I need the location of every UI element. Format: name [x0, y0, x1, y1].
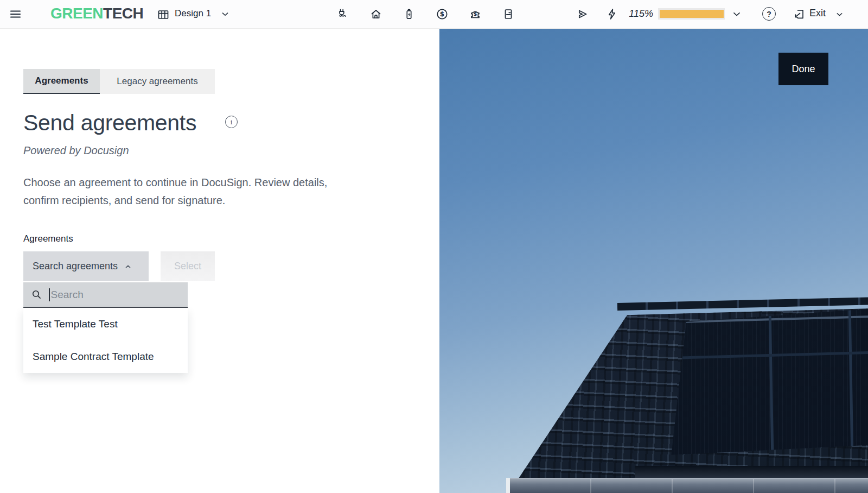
brand-logo: GREENTECH	[50, 5, 143, 22]
lightning-icon[interactable]	[605, 8, 618, 21]
svg-text:$: $	[440, 10, 444, 18]
search-agreements-dropdown[interactable]: Search agreements	[23, 251, 149, 281]
search-icon	[31, 289, 42, 300]
send-icon[interactable]	[576, 8, 589, 21]
tab-legacy-agreements-label: Legacy agreements	[117, 76, 197, 87]
chevron-down-icon[interactable]	[835, 10, 844, 19]
select-button[interactable]: Select	[161, 251, 215, 281]
chevron-down-icon[interactable]	[220, 9, 230, 19]
search-input[interactable]	[50, 282, 188, 307]
exit-button[interactable]: Exit	[809, 8, 826, 19]
battery-icon[interactable]	[403, 8, 416, 21]
grid-icon[interactable]	[157, 8, 170, 21]
design-selector-label[interactable]: Design 1	[175, 8, 211, 19]
chevron-down-icon[interactable]	[731, 9, 742, 20]
house-wall	[510, 478, 868, 493]
info-icon[interactable]: i	[225, 116, 238, 128]
page-title: Send agreements	[23, 110, 196, 136]
powered-by-text: Powered by Docusign	[23, 144, 129, 157]
svg-text:$: $	[474, 11, 477, 17]
dropdown-option[interactable]: Test Template Test	[23, 308, 188, 340]
settings-pane: Agreements Legacy agreements Send agreem…	[0, 28, 439, 493]
usage-progress-fill	[660, 10, 724, 18]
done-button[interactable]: Done	[778, 53, 828, 85]
dollar-circle-icon[interactable]: $	[436, 8, 449, 21]
dropdown-option[interactable]: Sample Contract Template	[23, 340, 188, 373]
chevron-up-icon	[124, 262, 132, 271]
tab-legacy-agreements[interactable]: Legacy agreements	[100, 69, 215, 94]
solar-roof-photo: Done	[439, 28, 868, 493]
dropdown-option-label: Test Template Test	[33, 318, 118, 330]
tab-agreements-label: Agreements	[35, 75, 88, 86]
top-toolbar: GREENTECH Design 1	[0, 0, 868, 29]
search-agreements-dropdown-label: Search agreements	[33, 261, 118, 272]
agreements-field-label: Agreements	[23, 233, 73, 244]
app-window: GREENTECH Design 1	[0, 0, 868, 493]
plug-icon[interactable]	[336, 8, 349, 21]
home-icon[interactable]	[369, 8, 382, 21]
dropdown-option-label: Sample Contract Template	[33, 351, 154, 363]
dropdown-search-row	[23, 282, 188, 308]
help-icon[interactable]: ?	[762, 7, 776, 21]
document-icon[interactable]	[502, 8, 515, 21]
description-text: Choose an agreement to continue in DocuS…	[23, 174, 381, 210]
brand-green: GREEN	[50, 5, 103, 22]
zoom-level: 115%	[622, 8, 653, 20]
hamburger-menu-icon[interactable]	[9, 8, 22, 21]
dropdown-options-panel: Test Template Test Sample Contract Templ…	[23, 308, 188, 373]
brand-tech: TECH	[103, 5, 143, 22]
usage-progress-bar	[658, 8, 725, 20]
exit-icon[interactable]	[793, 8, 806, 21]
roof-ridge	[617, 297, 868, 311]
bank-icon[interactable]: $	[469, 8, 482, 21]
tab-agreements[interactable]: Agreements	[23, 69, 100, 94]
